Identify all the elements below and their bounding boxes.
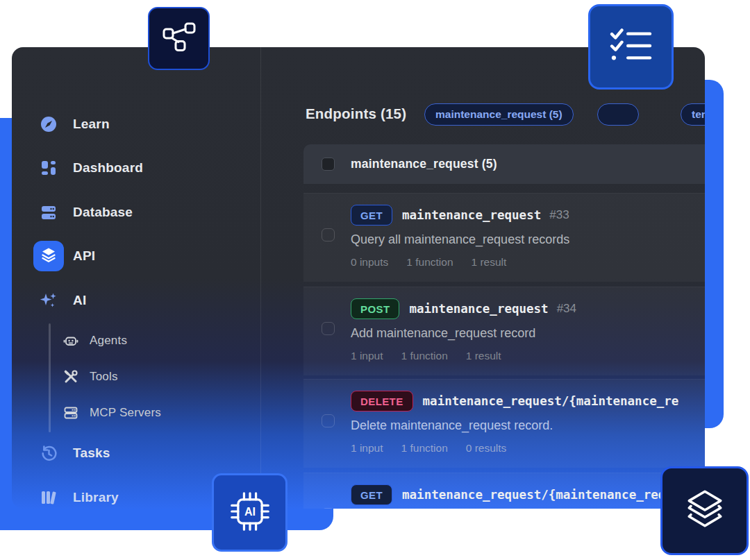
sidebar-item-mcp-servers[interactable]: MCP Servers <box>12 399 248 427</box>
sidebar-item-agents[interactable]: Agents <box>12 327 248 355</box>
endpoint-meta: 0 inputs 1 function 1 result <box>351 256 506 269</box>
endpoint-description: Delete maintenance_request record. <box>351 418 553 433</box>
row-checkbox[interactable] <box>322 414 335 427</box>
endpoint-description: Query all maintenance_request records <box>351 232 569 247</box>
page: Learn Dashboard Database <box>0 0 750 560</box>
filter-tag-label: tena <box>692 108 705 121</box>
dashboard-grid-icon <box>40 159 58 177</box>
sidebar-item-label: Tools <box>90 370 118 384</box>
method-badge-get: GET <box>351 484 392 505</box>
endpoint-path: maintenance_request/{maintenance_re <box>423 394 679 408</box>
endpoints-title: Endpoints (15) <box>306 105 406 122</box>
meta-functions: 1 function <box>401 442 448 455</box>
meta-inputs: 1 input <box>351 350 383 362</box>
filter-tag-tenant[interactable]: tena <box>681 103 705 126</box>
checklist-tile[interactable] <box>588 4 674 90</box>
robot-icon <box>62 332 79 349</box>
endpoint-row[interactable]: GET maintenance_request #33 Query all ma… <box>303 193 705 282</box>
meta-functions: 1 function <box>401 350 448 362</box>
endpoint-path: maintenance_request <box>409 302 548 316</box>
meta-functions: 1 function <box>406 256 453 269</box>
method-badge-delete: DELETE <box>351 391 413 411</box>
sidebar-item-label: Tasks <box>73 446 110 461</box>
row-checkbox[interactable] <box>322 322 335 335</box>
endpoint-row[interactable]: DELETE maintenance_request/{maintenance_… <box>303 379 705 468</box>
endpoint-meta: 1 input 1 function 0 results <box>351 442 506 455</box>
meta-inputs: 1 input <box>351 442 383 455</box>
history-icon <box>40 444 58 462</box>
meta-results: 0 results <box>466 442 507 455</box>
endpoint-path: maintenance_request/{maintenance_requ <box>402 488 673 502</box>
compass-icon <box>40 115 58 133</box>
sparkles-icon <box>40 291 58 309</box>
meta-inputs: 0 inputs <box>351 256 388 269</box>
sidebar-item-tasks[interactable]: Tasks <box>12 439 248 467</box>
endpoint-id: #33 <box>549 208 569 222</box>
endpoint-row[interactable]: POST maintenance_request #34 Add mainten… <box>303 287 705 375</box>
endpoint-description: Add maintenance_request record <box>351 326 535 341</box>
database-icon <box>40 203 58 221</box>
layers-stack-icon <box>682 486 728 535</box>
endpoint-id: #34 <box>557 302 576 316</box>
sidebar-item-label: Database <box>73 205 133 220</box>
sidebar-item-label: MCP Servers <box>90 406 161 420</box>
svg-text:AI: AI <box>244 504 255 517</box>
sidebar-item-label: API <box>73 248 95 264</box>
checklist-icon <box>610 27 653 67</box>
sidebar-divider <box>260 47 261 509</box>
row-checkbox[interactable] <box>322 228 335 241</box>
sidebar-item-label: Learn <box>73 117 110 132</box>
sidebar-item-label: Agents <box>90 334 127 348</box>
meta-results: 1 result <box>472 256 507 269</box>
sidebar-item-learn[interactable]: Learn <box>12 110 248 138</box>
meta-results: 1 result <box>466 350 501 362</box>
sidebar-item-dashboard[interactable]: Dashboard <box>12 154 248 182</box>
api-active-background <box>33 241 64 271</box>
filter-tag-partial[interactable] <box>597 103 639 126</box>
sidebar-item-label: Dashboard <box>73 160 143 176</box>
flowchart-icon <box>162 22 196 56</box>
sidebar-item-label: AI <box>73 293 86 308</box>
ai-chip-tile[interactable]: AI <box>212 473 288 552</box>
sidebar-item-api[interactable]: API <box>12 242 248 270</box>
method-badge-get: GET <box>351 205 392 226</box>
flowchart-tile[interactable] <box>148 7 210 70</box>
filter-tag-maintenance-request[interactable]: maintenance_request (5) <box>424 103 574 126</box>
endpoint-path: maintenance_request <box>402 208 541 222</box>
layers-stack-tile[interactable] <box>660 466 749 555</box>
sidebar-item-database[interactable]: Database <box>12 198 248 226</box>
group-label: maintenance_request (5) <box>351 157 497 171</box>
layers-icon <box>40 246 58 266</box>
sidebar-item-label: Library <box>73 490 119 505</box>
endpoint-group-header[interactable]: maintenance_request (5) <box>303 144 705 184</box>
ai-chip-icon: AI <box>229 491 271 535</box>
sidebar: Learn Dashboard Database <box>12 47 260 509</box>
row-checkbox[interactable] <box>322 508 335 509</box>
endpoint-meta: 1 input 1 function 1 result <box>351 350 501 362</box>
filter-tag-label: maintenance_request (5) <box>435 108 562 121</box>
sidebar-item-tools[interactable]: Tools <box>12 363 248 391</box>
tools-icon <box>62 368 79 385</box>
app-window: Learn Dashboard Database <box>12 47 705 509</box>
endpoint-row[interactable]: GET maintenance_request/{maintenance_req… <box>303 473 705 509</box>
books-icon <box>40 489 58 507</box>
server-stack-icon <box>62 405 79 421</box>
group-checkbox[interactable] <box>322 158 335 171</box>
method-badge-post: POST <box>351 298 399 319</box>
sidebar-item-ai[interactable]: AI <box>12 287 248 314</box>
